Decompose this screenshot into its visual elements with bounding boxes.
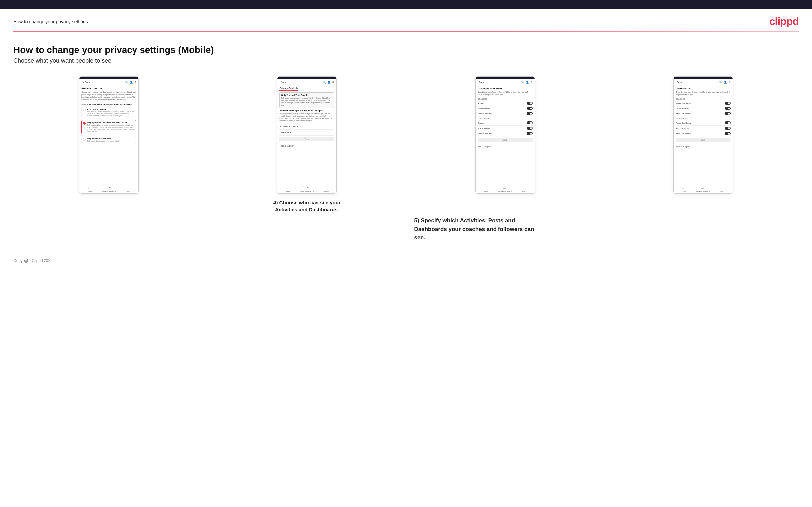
mock4-header: ‹ Back 🔍 👤 ⚙ (673, 79, 732, 85)
mock2-highlight: Only You and Your Coach Only you and the… (279, 92, 335, 108)
mock2-help: Help & Support (279, 143, 335, 147)
caption-5: 5) Specify which Activities, Posts and D… (414, 216, 541, 242)
toggle-drills-followers[interactable] (527, 127, 533, 130)
mock2-nav-home[interactable]: ⌂ Home (277, 187, 297, 192)
mock1-radio-2 (83, 138, 86, 141)
mock4-bottom-nav: ⌂ Home ☍ My Performance ☰ Menu (673, 185, 732, 193)
chevron-right-icon: › (334, 125, 335, 128)
mock2-menu-dashboards[interactable]: Dashboards › (279, 130, 335, 136)
mock1-back[interactable]: ‹ < Back (81, 81, 90, 83)
menu-icon-3: ☰ (523, 187, 526, 190)
home-icon: ⌂ (88, 187, 90, 190)
mock3-back[interactable]: ‹ Back (477, 81, 484, 83)
toggle-roundinsights-followers[interactable] (725, 127, 731, 130)
toggle-manual-followers[interactable] (527, 132, 533, 135)
mock3-section-desc: Select the types of activity that you'd … (477, 91, 533, 96)
menu-icon-4: ☰ (721, 187, 724, 190)
mock1-section-desc: Control how you and your data appears to… (81, 91, 137, 101)
mock1-nav-performance[interactable]: ☍ My Performance (99, 187, 118, 192)
mock1-option-1-text: Only Approved Followers and Your Coach O… (87, 122, 135, 133)
mock1-radio-1 (83, 122, 86, 125)
mock3-followers-label: FOLLOWERS (477, 118, 533, 120)
browser-title: How to change your privacy settings (13, 19, 88, 24)
mock3-nav-menu[interactable]: ☰ Menu (515, 187, 535, 192)
mock4-help: Help & Support (675, 144, 731, 148)
mobile-mock-1: ‹ < Back 🔍 👤 ⚙ Privacy Controls Control … (79, 76, 139, 194)
mock1-option-2[interactable]: Only You and Your Coach Only you and the… (81, 136, 137, 144)
search-icon: 🔍 (125, 80, 128, 83)
mobile-mock-4: ‹ Back 🔍 👤 ⚙ Dashboards Select the dashb… (673, 76, 733, 194)
mobile-mock-3: ‹ Back 🔍 👤 ⚙ Activities and Posts Select… (475, 76, 535, 194)
mock2-highlight-title: Only You and Your Coach (281, 94, 333, 96)
menu-icon: ☰ (127, 187, 130, 190)
mock3-nav-performance[interactable]: ☍ My Performance (495, 187, 515, 192)
mock1-section-title: Privacy Controls (81, 87, 137, 90)
clippd-logo: clippd (769, 15, 799, 27)
caption-4-area (212, 216, 405, 242)
mock4-coaches-label: COACHES (675, 98, 731, 100)
group-4: ‹ Back 🔍 👤 ⚙ Dashboards Select the dashb… (607, 76, 799, 194)
people-icon-4: 👤 (724, 80, 727, 83)
mock4-body: Dashboards Select the dashboards that yo… (673, 85, 732, 185)
mock4-nav-home[interactable]: ⌂ Home (673, 187, 693, 192)
mock1-option-1[interactable]: Only Approved Followers and Your Coach O… (81, 120, 137, 134)
mock1-option-2-text: Only You and Your Coach Only you and the… (87, 138, 121, 143)
toggle-playerdash-followers[interactable] (725, 121, 731, 124)
group-1: ‹ < Back 🔍 👤 ⚙ Privacy Controls Control … (13, 76, 205, 194)
mock3-topbar (475, 77, 535, 79)
mock2-nav-menu[interactable]: ☰ Menu (317, 187, 337, 192)
mock2-menu-activities[interactable]: Activities and Posts › (279, 124, 335, 130)
toggle-drills-coaches[interactable] (527, 107, 533, 110)
toggle-playerdash-coaches[interactable] (725, 102, 731, 105)
caption-5-area: 5) Specify which Activities, Posts and D… (411, 216, 799, 242)
page-heading: How to change your privacy settings (Mob… (13, 45, 799, 55)
mock2-icons: 🔍 👤 ⚙ (323, 80, 335, 83)
mock1-bottom-nav: ⌂ Home ☍ My Performance ☰ Menu (80, 185, 139, 193)
mock3-toggle-drills-followers: Practice Drills (477, 126, 533, 131)
mock2-tab: Privacy Controls (279, 87, 298, 91)
mock2-back[interactable]: ‹ Back (279, 81, 286, 83)
mock1-option-0[interactable]: Everyone on Clippd Everyone on Clippd ca… (81, 107, 137, 119)
mock4-section-desc: Select the dashboards that you'd like to… (675, 91, 731, 96)
toggle-rounds-followers[interactable] (527, 121, 533, 124)
mock3-section-title: Activities and Posts (477, 87, 533, 90)
header-divider (13, 31, 799, 32)
page-subheading: Choose what you want people to see (13, 57, 799, 64)
mock4-nav-performance[interactable]: ☍ My Performance (693, 187, 713, 192)
mock3-body: Activities and Posts Select the types of… (475, 85, 535, 185)
mock4-nav-menu[interactable]: ☰ Menu (713, 187, 732, 192)
toggle-workOn-coaches[interactable] (725, 112, 731, 115)
mobile-mock-2: ‹ Back 🔍 👤 ⚙ Privacy Controls Only You a… (277, 76, 337, 194)
mock4-toggle-workOn-coaches: What To Work On (675, 111, 731, 116)
mock3-save-btn[interactable]: Save (477, 138, 533, 142)
mock2-nav-performance[interactable]: ☍ My Performance (297, 187, 317, 192)
group-3: ‹ Back 🔍 👤 ⚙ Activities and Posts Select… (409, 76, 601, 194)
top-bar (0, 0, 812, 9)
toggle-workOn-followers[interactable] (725, 132, 731, 135)
mock2-header: ‹ Back 🔍 👤 ⚙ (277, 79, 337, 85)
mock1-nav-home[interactable]: ⌂ Home (80, 187, 99, 192)
settings-icon: ⚙ (134, 80, 137, 83)
mock4-topbar (673, 77, 732, 79)
mock1-icons: 🔍 👤 ⚙ (125, 80, 137, 83)
chart-icon-4: ☍ (701, 187, 704, 190)
people-icon-2: 👤 (327, 80, 331, 83)
mock3-nav-home[interactable]: ⌂ Home (475, 187, 495, 192)
mock4-save-btn[interactable]: Save (675, 138, 731, 142)
mock3-toggle-rounds-followers: Rounds (477, 120, 533, 126)
mock3-toggle-manual-followers: Manual Activities (477, 131, 533, 136)
people-icon-3: 👤 (526, 80, 529, 83)
search-icon-2: 🔍 (323, 80, 326, 83)
people-icon: 👤 (130, 80, 133, 83)
spacer-1 (13, 216, 206, 242)
mock4-back[interactable]: ‹ Back (675, 81, 682, 83)
toggle-manual-coaches[interactable] (527, 112, 533, 115)
mock2-bottom-nav: ⌂ Home ☍ My Performance ☰ Menu (277, 185, 337, 193)
toggle-rounds-coaches[interactable] (527, 102, 533, 105)
footer: Copyright Clippd 2022 (0, 248, 812, 270)
toggle-roundinsights-coaches[interactable] (725, 107, 731, 110)
mock3-coaches-label: COACHES (477, 98, 533, 100)
screenshots-row: ‹ < Back 🔍 👤 ⚙ Privacy Controls Control … (13, 76, 799, 213)
mock1-nav-menu[interactable]: ☰ Menu (119, 187, 139, 192)
mock2-save-btn[interactable]: Save (279, 137, 335, 142)
